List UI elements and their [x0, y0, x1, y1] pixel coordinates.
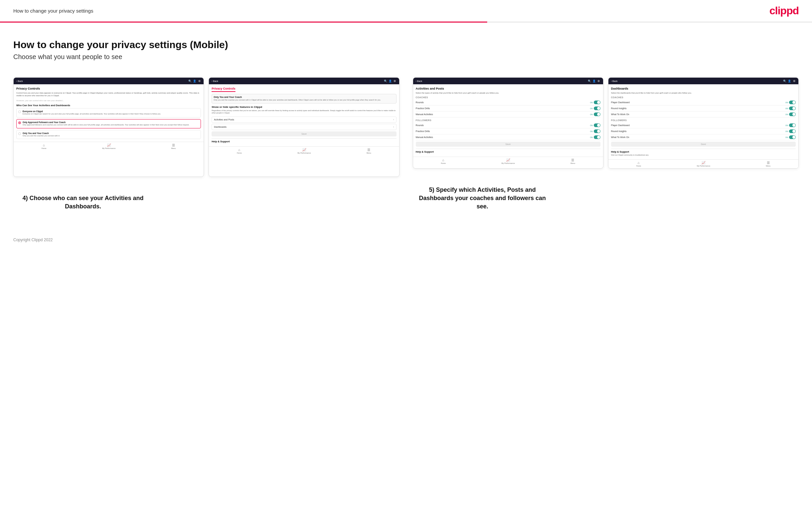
phone-3-coaches-drills: Practice Drills ON [416, 106, 601, 111]
search-icon-2[interactable]: 🔍 [384, 79, 387, 82]
settings-icon[interactable]: ⚙ [198, 79, 201, 82]
phone-4-tab-menu[interactable]: ☰ Menu [766, 161, 770, 167]
radio-everyone[interactable]: Everyone on Clippd Everyone on Clippd ca… [16, 108, 201, 117]
radio-approved-text: Only Approved Followers and Your Coach O… [22, 121, 189, 126]
phone-2-tab-home-label: Home [237, 152, 242, 154]
footer: Copyright Clippd 2022 [0, 231, 812, 249]
phone-3-coaches-drills-label: Practice Drills [416, 107, 430, 110]
caption-4-group: 4) Choose who can see your Activities an… [13, 185, 400, 211]
performance-icon: 📈 [107, 143, 111, 147]
logo: clippd [769, 5, 799, 17]
profile-icon[interactable]: 👤 [193, 79, 196, 82]
phone-2-back[interactable]: ‹ Back [211, 80, 218, 82]
phone-4-save-btn[interactable]: Save [611, 142, 796, 147]
phone-2-tab-home[interactable]: ⌂ Home [237, 148, 242, 154]
phone-3-tab-menu[interactable]: ☰ Menu [570, 158, 575, 164]
phone-4-nav-icons: 🔍 👤 ⚙ [783, 79, 796, 82]
radio-approved-circle [18, 121, 21, 124]
radio-approved[interactable]: Only Approved Followers and Your Coach O… [16, 119, 201, 128]
phone-4-coaches-label: COACHES [611, 96, 796, 99]
search-icon-4[interactable]: 🔍 [783, 79, 786, 82]
phone-4-back[interactable]: ‹ Back [611, 80, 618, 82]
menu-icon-3: ☰ [571, 158, 574, 162]
profile-icon-3[interactable]: 👤 [593, 79, 596, 82]
phone-3-followers-rounds-on-label: ON [590, 124, 593, 126]
phone-3-save-btn[interactable]: Save [416, 142, 601, 147]
phone-4-coaches-player-toggle[interactable] [789, 101, 796, 104]
phone-4-coaches-round-on-label: ON [785, 108, 788, 110]
phone-3-tab-performance[interactable]: 📈 My Performance [502, 158, 515, 164]
phone-4-tab-menu-label: Menu [766, 165, 770, 167]
phone-4-followers-round-insights: Round Insights ON [611, 128, 796, 134]
phone-4-followers-what-to-work: What To Work On ON [611, 134, 796, 140]
phone-2-option-card: Only You and Your Coach Only you and the… [211, 94, 396, 104]
settings-icon-3[interactable]: ⚙ [597, 79, 601, 82]
right-screenshots: ‹ Back 🔍 👤 ⚙ Activities and Posts Select… [413, 77, 799, 169]
phone-1-back[interactable]: ‹ Back [16, 80, 23, 82]
phone-3-nav: ‹ Back 🔍 👤 ⚙ [413, 78, 603, 84]
phone-4-followers-player-toggle[interactable] [789, 123, 796, 127]
phone-1-nav: ‹ Back 🔍 👤 ⚙ [14, 78, 204, 84]
settings-icon-4[interactable]: ⚙ [793, 79, 796, 82]
phone-2-help-title: Help & Support [211, 140, 396, 143]
phone-3-coaches-drills-toggle-wrapper: ON [590, 107, 601, 110]
phone-2-activities-row[interactable]: Activities and Posts › [211, 116, 396, 123]
profile-icon-4[interactable]: 👤 [788, 79, 791, 82]
phone-1-tab-performance[interactable]: 📈 My Performance [102, 143, 115, 149]
phone-1-who-title: Who Can See Your Activities and Dashboar… [16, 104, 201, 107]
performance-icon-3: 📈 [506, 158, 510, 162]
profile-icon-2[interactable]: 👤 [389, 79, 392, 82]
phone-2-dashboards-row[interactable]: Dashboards › [211, 124, 396, 130]
phone-2-show-hide-title: Show or hide specific features in Clippd [211, 106, 396, 109]
search-icon[interactable]: 🔍 [188, 79, 192, 82]
phone-4-coaches-player-dashboard-label: Player Dashboard [611, 101, 630, 104]
phone-3-followers-manual-on-label: ON [590, 136, 593, 138]
phone-3-coaches-rounds-toggle-wrapper: ON [590, 101, 601, 104]
phone-2-save-btn[interactable]: Save [211, 131, 396, 136]
phone-3-tab-home[interactable]: ⌂ Home [441, 158, 446, 164]
phone-2-dashboards-chevron: › [393, 125, 394, 128]
phone-3-followers-drills-toggle[interactable] [594, 129, 601, 133]
phone-1-tab-menu[interactable]: ☰ Menu [171, 143, 176, 149]
phone-2-activities-chevron: › [393, 118, 394, 121]
phone-3-followers-manual-toggle[interactable] [594, 135, 601, 139]
phone-3-followers-rounds-toggle-wrapper: ON [590, 123, 601, 127]
phone-1-tab-home[interactable]: ⌂ Home [42, 143, 47, 149]
home-icon-2: ⌂ [238, 148, 240, 152]
phone-4-body: Dashboards Select the dashboards that yo… [608, 84, 798, 159]
phone-2-activities-label: Activities and Posts [214, 118, 234, 121]
phone-4-followers-player-dashboard: Player Dashboard ON [611, 122, 796, 128]
phone-3-coaches-manual-toggle[interactable] [594, 112, 601, 116]
phone-4-followers-round-insights-label: Round Insights [611, 130, 627, 132]
phone-3-followers-drills-toggle-wrapper: ON [590, 129, 601, 133]
phone-4-section-title: Dashboards [611, 87, 796, 90]
phone-1-nav-icons: 🔍 👤 ⚙ [188, 79, 201, 82]
radio-only-you[interactable]: Only You and Your Coach Only you and the… [16, 130, 201, 139]
phone-4-tab-home[interactable]: ⌂ Home [636, 161, 641, 167]
phone-4-coaches-what-toggle[interactable] [789, 112, 796, 116]
phone-4-help-desc: Visit our Clippd community to troublesho… [611, 154, 796, 157]
phone-4-followers-round-toggle[interactable] [789, 129, 796, 133]
phone-3-tab-performance-label: My Performance [502, 162, 515, 164]
phone-1-radio-group: Everyone on Clippd Everyone on Clippd ca… [16, 108, 201, 139]
phone-4-tab-performance[interactable]: 📈 My Performance [697, 161, 710, 167]
phone-2-body: Privacy Controls Only You and Your Coach… [209, 84, 399, 146]
phone-4-followers-what-toggle[interactable] [789, 135, 796, 139]
phone-2-tab-menu[interactable]: ☰ Menu [367, 148, 371, 154]
phone-2-option-title: Only You and Your Coach [213, 96, 394, 98]
phone-3-coaches-drills-toggle[interactable] [594, 107, 601, 110]
phone-3-coaches-rounds-toggle[interactable] [594, 101, 601, 104]
phone-3-followers-manual-toggle-wrapper: ON [590, 135, 601, 139]
phone-4-coaches-round-toggle[interactable] [789, 107, 796, 110]
settings-icon-2[interactable]: ⚙ [393, 79, 397, 82]
menu-icon: ☰ [172, 143, 175, 147]
phone-2-tab-performance[interactable]: 📈 My Performance [298, 148, 311, 154]
phone-3-followers-rounds-toggle[interactable] [594, 123, 601, 127]
search-icon-3[interactable]: 🔍 [588, 79, 591, 82]
phone-3-coaches-manual-toggle-wrapper: ON [590, 112, 601, 116]
phone-3-back[interactable]: ‹ Back [416, 80, 422, 82]
phone-2-nav-icons: 🔍 👤 ⚙ [384, 79, 397, 82]
phone-4-nav: ‹ Back 🔍 👤 ⚙ [608, 78, 798, 84]
phone-3-coaches-manual-label: Manual Activities [416, 113, 433, 115]
home-icon-4: ⌂ [638, 161, 640, 165]
